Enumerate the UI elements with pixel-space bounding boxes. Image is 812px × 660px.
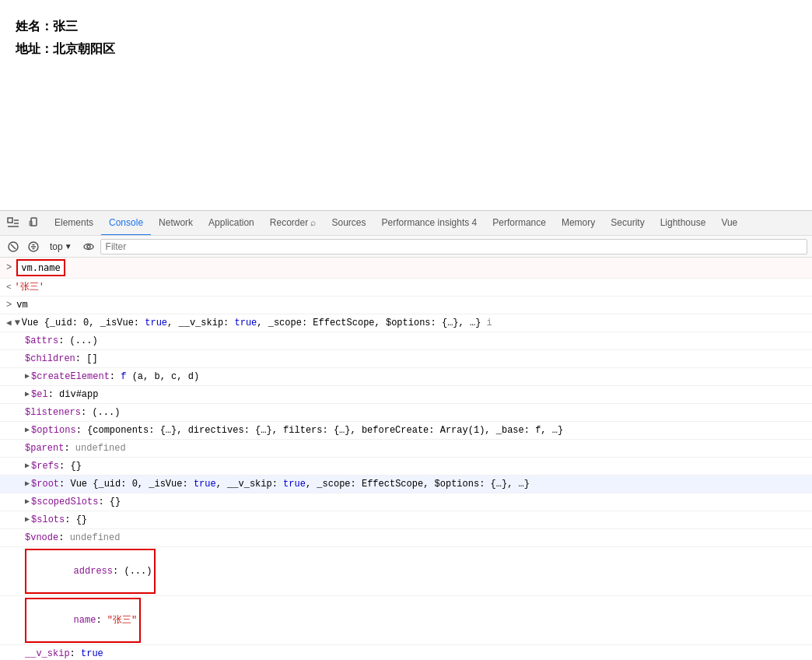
expand-right-icon: ▶ [25, 370, 30, 384]
svg-point-13 [87, 245, 90, 248]
context-value: top [50, 241, 63, 252]
device-toggle-icon[interactable] [25, 213, 45, 233]
console-input-line: > vm.name [0, 258, 812, 279]
filter-input[interactable] [100, 239, 807, 255]
expand-right-icon4: ▶ [25, 459, 30, 473]
tab-console[interactable]: Console [101, 211, 151, 236]
tab-network[interactable]: Network [151, 211, 201, 236]
prop-name-highlighted: name: "张三" [0, 596, 812, 645]
devtools-tab-bar: Elements Console Network Application Rec… [0, 211, 812, 236]
prompt-right2: > [6, 298, 12, 312]
console-toolbar: top ▼ [0, 236, 812, 258]
tab-security[interactable]: Security [603, 211, 652, 236]
output-arrow: < [6, 280, 12, 294]
expand-right-icon2: ▶ [25, 388, 30, 402]
page-content: 姓名：张三 地址：北京朝阳区 [0, 0, 812, 210]
tab-performance[interactable]: Performance [485, 211, 554, 236]
chevron-down-icon: ▼ [65, 242, 72, 251]
tab-application[interactable]: Application [201, 211, 262, 236]
input-highlighted-box: vm.name [16, 259, 65, 276]
console-output-string: < '张三' [0, 279, 812, 297]
field-address: 地址：北京朝阳区 [16, 38, 796, 61]
console-output: > vm.name < '张三' > vm ◀ ▼ Vue {_uid: 0, … [0, 258, 812, 660]
prop-scopedslots[interactable]: ▶ $scopedSlots: {} [0, 493, 812, 511]
tab-memory[interactable]: Memory [554, 211, 603, 236]
tab-vue[interactable]: Vue [713, 211, 745, 236]
vue-object-line[interactable]: ◀ ▼ Vue {_uid: 0, _isVue: true, __v_skip… [0, 314, 812, 332]
prop-attrs: $attrs: (...) [0, 332, 812, 350]
svg-line-7 [11, 244, 16, 249]
name-box: name: "张三" [25, 598, 141, 643]
tab-bar: Elements Console Network Application Rec… [47, 211, 809, 236]
prop-createelement[interactable]: ▶ $createElement: f (a, b, c, d) [0, 368, 812, 386]
eye-icon[interactable] [80, 238, 97, 255]
prop-address: address: (...) [0, 547, 812, 596]
prop-parent: $parent: undefined [0, 440, 812, 458]
vm-keyword: vm [16, 298, 27, 312]
field-name: 姓名：张三 [16, 16, 796, 38]
prop-options[interactable]: ▶ $options: {components: {…}, directives… [0, 422, 812, 440]
expand-left-arrow: ◀ [6, 316, 12, 330]
prop-root[interactable]: ▶ $root: Vue {_uid: 0, _isVue: true, __v… [0, 476, 812, 493]
tab-performance-insights[interactable]: Performance insights 4 [374, 211, 485, 236]
inspect-icon[interactable] [3, 213, 23, 233]
prop-refs[interactable]: ▶ $refs: {} [0, 458, 812, 476]
output-string-value: '张三' [15, 280, 44, 294]
prop-el[interactable]: ▶ $el: div#app [0, 386, 812, 404]
tab-recorder[interactable]: Recorder ⌕ [262, 211, 324, 236]
tab-lighthouse[interactable]: Lighthouse [653, 211, 714, 236]
expand-right-icon7: ▶ [25, 513, 30, 527]
filter-toggle-btn[interactable] [25, 238, 42, 255]
devtools-panel: Elements Console Network Application Rec… [0, 210, 812, 660]
prop-listeners: $listeners: (...) [0, 404, 812, 422]
prompt-right: > [6, 261, 12, 275]
svg-rect-0 [8, 218, 12, 223]
clear-console-btn[interactable] [5, 238, 22, 255]
prop-children: $children: [] [0, 350, 812, 368]
address-box: address: (...) [25, 549, 156, 594]
prop-slots[interactable]: ▶ $slots: {} [0, 511, 812, 529]
expand-right-icon5: ▶ [25, 477, 30, 491]
console-vm-input: > vm [0, 297, 812, 314]
expand-right-icon6: ▶ [25, 495, 30, 509]
context-selector[interactable]: top ▼ [45, 240, 77, 254]
expand-down-arrow: ▼ [15, 316, 20, 330]
prop-vskip: __v_skip: true [0, 645, 812, 660]
expand-right-icon3: ▶ [25, 423, 30, 437]
tab-sources[interactable]: Sources [324, 211, 373, 236]
prop-vnode: $vnode: undefined [0, 529, 812, 547]
tab-elements[interactable]: Elements [47, 211, 101, 236]
vue-object-text: Vue {_uid: 0, _isVue: true, __v_skip: tr… [22, 316, 492, 330]
